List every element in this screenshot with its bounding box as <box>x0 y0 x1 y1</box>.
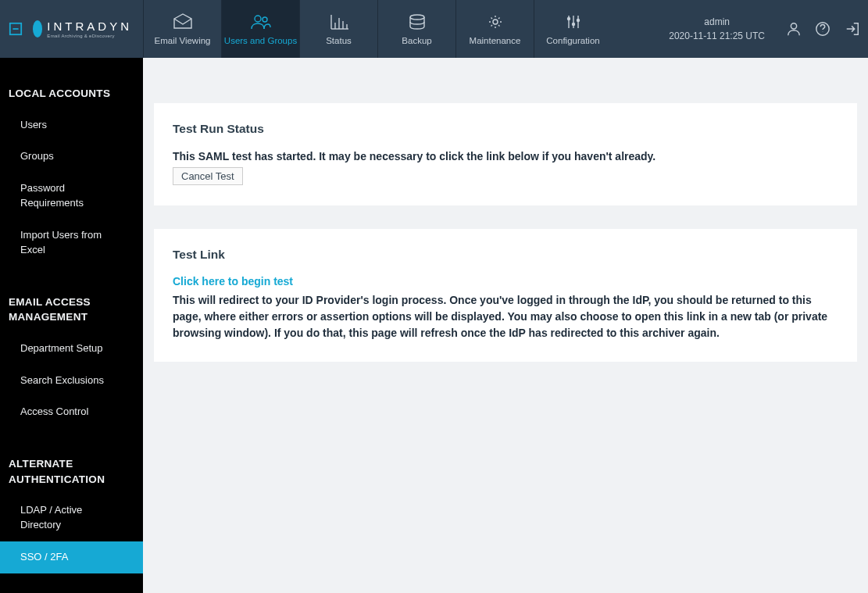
nav-users-groups[interactable]: Users and Groups <box>221 0 299 58</box>
cancel-test-button[interactable]: Cancel Test <box>173 167 243 185</box>
sidebar-item-password-requirements[interactable]: Password Requirements <box>0 173 143 220</box>
database-icon <box>406 13 428 31</box>
sidebar-section-email-access: EMAIL ACCESS MANAGEMENT Department Setup… <box>0 266 143 429</box>
test-status-message: This SAML test has started. It may be ne… <box>173 148 838 164</box>
begin-test-link[interactable]: Click here to begin test <box>173 275 293 288</box>
svg-point-16 <box>572 23 574 26</box>
nav-label: Email Viewing <box>154 36 210 45</box>
brand-name: INTRADYN <box>47 20 132 32</box>
nav-status[interactable]: Status <box>299 0 377 58</box>
nav-label: Users and Groups <box>224 36 297 45</box>
nav-label: Backup <box>402 36 431 45</box>
svg-point-18 <box>791 23 796 29</box>
logout-icon <box>845 21 860 37</box>
logout-button[interactable] <box>837 0 868 58</box>
svg-point-11 <box>493 20 498 24</box>
user-name: admin <box>704 15 730 29</box>
nav-maintenance[interactable]: Maintenance <box>455 0 534 58</box>
sidebar-section-alternate-auth: ALTERNATE AUTHENTICATION LDAP / Active D… <box>0 428 143 573</box>
topbar: INTRADYN Email Archiving & eDiscovery Em… <box>0 0 868 58</box>
sidebar-section-local-accounts: LOCAL ACCOUNTS Users Groups Password Req… <box>0 58 143 266</box>
test-run-status-card: Test Run Status This SAML test has start… <box>154 103 857 205</box>
section-header: ALTERNATE AUTHENTICATION <box>0 450 143 495</box>
logo-circle-icon <box>33 20 42 38</box>
collapse-icon <box>9 22 23 36</box>
users-icon <box>250 13 272 31</box>
sidebar-item-groups[interactable]: Groups <box>0 141 143 173</box>
user-info: admin 2020-11-11 21:25 UTC <box>655 0 779 58</box>
sliders-icon <box>563 13 584 31</box>
help-button[interactable] <box>808 0 837 58</box>
svg-point-2 <box>255 16 261 22</box>
gear-icon <box>484 13 506 31</box>
nav-configuration[interactable]: Configuration <box>534 0 612 58</box>
nav-backup[interactable]: Backup <box>377 0 455 58</box>
sidebar-item-sso-2fa[interactable]: SSO / 2FA <box>0 541 143 573</box>
sidebar-item-ldap[interactable]: LDAP / Active Directory <box>0 495 143 541</box>
sidebar-item-import-users[interactable]: Import Users from Excel <box>0 220 143 266</box>
test-link-description: This will redirect to your ID Provider's… <box>173 292 838 341</box>
brand-tagline: Email Archiving & eDiscovery <box>47 34 132 38</box>
svg-point-17 <box>577 20 579 22</box>
nav-label: Maintenance <box>470 36 521 45</box>
profile-button[interactable] <box>779 0 808 58</box>
svg-point-10 <box>410 15 424 20</box>
nav-email-viewing[interactable]: Email Viewing <box>143 0 221 58</box>
svg-point-3 <box>263 17 267 22</box>
sidebar-item-department-setup[interactable]: Department Setup <box>0 333 143 365</box>
envelope-icon <box>172 13 194 31</box>
card-title: Test Run Status <box>173 122 838 136</box>
chart-icon <box>328 13 350 31</box>
nav-label: Status <box>326 36 352 45</box>
section-header: EMAIL ACCESS MANAGEMENT <box>0 288 143 333</box>
card-title: Test Link <box>173 248 838 262</box>
help-icon <box>815 21 830 37</box>
sidebar-item-access-control[interactable]: Access Control <box>0 396 143 428</box>
test-link-card: Test Link Click here to begin test This … <box>154 229 857 362</box>
person-icon <box>786 21 802 37</box>
menu-toggle-button[interactable] <box>0 0 31 58</box>
sidebar: LOCAL ACCOUNTS Users Groups Password Req… <box>0 58 143 593</box>
user-timestamp: 2020-11-11 21:25 UTC <box>669 29 765 43</box>
section-header: LOCAL ACCOUNTS <box>0 80 143 109</box>
main-content: Test Run Status This SAML test has start… <box>143 58 868 593</box>
svg-point-15 <box>567 18 570 20</box>
brand-logo[interactable]: INTRADYN Email Archiving & eDiscovery <box>31 0 143 58</box>
nav-label: Configuration <box>546 36 599 45</box>
sidebar-item-search-exclusions[interactable]: Search Exclusions <box>0 365 143 397</box>
sidebar-item-users[interactable]: Users <box>0 109 143 141</box>
